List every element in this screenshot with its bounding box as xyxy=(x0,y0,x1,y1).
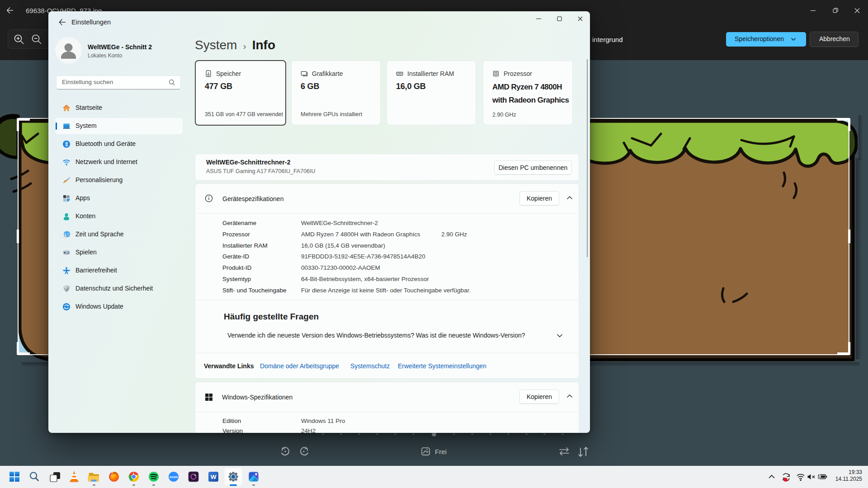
svg-text:W: W xyxy=(211,474,217,480)
svg-text:zoom: zoom xyxy=(170,475,178,479)
